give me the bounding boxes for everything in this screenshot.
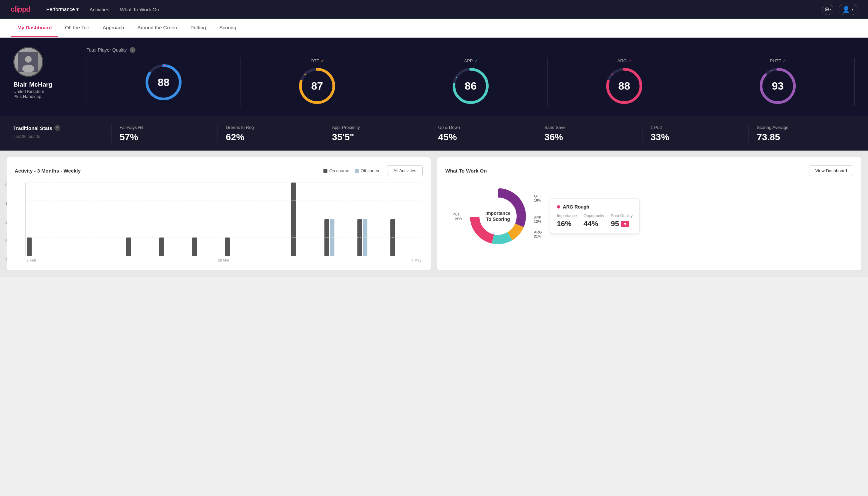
bar-on-course — [291, 183, 296, 256]
bar-on-course — [27, 237, 32, 256]
arg-rough-dot — [557, 205, 560, 208]
ring-arg: 88 — [604, 66, 644, 106]
ring-app: 86 — [451, 66, 491, 106]
bar-off-course — [363, 219, 367, 256]
player-handicap: Plus Handicap — [13, 94, 41, 99]
legend-on-course: On course — [323, 168, 349, 173]
score-putt: PUTT ↗ 93 — [701, 58, 855, 106]
stats-bar: Traditional Stats ? Last 20 rounds Fairw… — [0, 117, 868, 151]
y-axis-labels: 4 3 2 1 0 — [5, 183, 7, 262]
tab-around-the-green[interactable]: Around the Green — [130, 19, 184, 37]
bar-group — [27, 237, 58, 256]
all-activities-button[interactable]: All Activities — [387, 165, 423, 176]
score-ott: OTT ↗ 87 — [240, 58, 394, 106]
bar-group — [93, 255, 124, 256]
bar-on-course — [225, 237, 230, 256]
ring-total: 88 — [144, 62, 184, 102]
chart-wrapper: 4 3 2 1 0 7 Feb 28 Mar 9 May — [15, 183, 423, 262]
scores-section: Total Player Quality ? 88 — [86, 47, 855, 106]
tab-off-the-tee[interactable]: Off the Tee — [58, 19, 96, 37]
nav-activities[interactable]: Activities — [90, 7, 109, 12]
nav-right: ⊕ ▾ 👤 ▾ — [822, 4, 857, 15]
score-total: 88 — [86, 58, 240, 106]
tab-approach[interactable]: Approach — [96, 19, 130, 37]
x-axis-labels: 7 Feb 28 Mar 9 May — [25, 256, 423, 262]
bar-empty — [258, 255, 263, 256]
score-app: APP ↗ 86 — [394, 58, 548, 106]
stat-fairways-hit: Fairways Hit 57% — [111, 125, 218, 143]
logo: clippd — [11, 5, 30, 14]
nav-performance[interactable]: Performance ▾ — [46, 6, 79, 12]
scores-grid: 88 OTT ↗ 87 — [86, 58, 855, 106]
stat-1-putt: 1 Putt 33% — [642, 125, 748, 143]
player-name: Blair McHarg — [13, 81, 52, 88]
bar-group — [390, 219, 421, 256]
legend-off-course-dot — [355, 169, 359, 173]
bottom-panels: Activity - 3 Months - Weekly On course O… — [0, 151, 868, 277]
shot-quality-stat: Shot Quality 95 ▼ — [611, 214, 632, 228]
bar-on-course — [159, 237, 164, 256]
legend-off-course: Off course — [355, 168, 381, 173]
activity-panel: Activity - 3 Months - Weekly On course O… — [7, 157, 431, 270]
user-menu-button[interactable]: 👤 ▾ — [839, 4, 857, 15]
donut-area: PUTT 57% — [445, 183, 542, 249]
arg-rough-title: ARG Rough — [563, 204, 589, 210]
top-navigation: clippd Performance ▾ Activities What To … — [0, 0, 868, 19]
hero-section: Blair McHarg United Kingdom Plus Handica… — [0, 37, 868, 117]
donut-section: PUTT 57% — [445, 183, 853, 249]
tab-my-dashboard[interactable]: My Dashboard — [11, 19, 58, 37]
stat-app-proximity: App. Proximity 35'5" — [324, 125, 430, 143]
help-icon[interactable]: ? — [129, 47, 136, 53]
activity-panel-title: Activity - 3 Months - Weekly — [15, 168, 81, 173]
bar-group — [225, 237, 256, 256]
bar-chart — [25, 183, 423, 256]
bar-group — [126, 237, 157, 256]
stat-greens-in-reg: Greens In Reg 62% — [218, 125, 324, 143]
bar-on-course — [358, 219, 362, 256]
tab-scoring[interactable]: Scoring — [212, 19, 243, 37]
bar-off-course — [330, 219, 334, 256]
add-button[interactable]: ⊕ ▾ — [822, 4, 833, 15]
ring-putt: 93 — [758, 66, 798, 106]
score-arg: ARG ↗ 88 — [548, 58, 701, 106]
traditional-stats-header: Traditional Stats ? Last 20 rounds — [13, 125, 111, 139]
shot-quality-badge: ▼ — [621, 221, 629, 227]
stat-scoring-average: Scoring Average 73.85 — [748, 125, 855, 143]
bar-group — [325, 219, 356, 256]
chart-legend: On course Off course — [323, 168, 381, 173]
nav-links: Performance ▾ Activities What To Work On — [46, 6, 159, 12]
bar-empty — [93, 255, 98, 256]
bar-group — [159, 237, 190, 256]
bar-group — [258, 255, 289, 256]
opportunity-stat: Opportunity 44% — [584, 214, 604, 228]
bar-group — [358, 219, 388, 256]
wtwon-panel-header: What To Work On View Dashboard — [445, 165, 853, 176]
view-dashboard-button[interactable]: View Dashboard — [809, 165, 853, 176]
bar-on-course — [192, 237, 197, 256]
trad-help-icon[interactable]: ? — [54, 125, 60, 131]
ring-ott: 87 — [297, 66, 337, 106]
tab-bar: My Dashboard Off the Tee Approach Around… — [0, 19, 868, 37]
donut-chart: Importance To Scoring — [464, 183, 531, 249]
player-info: Blair McHarg United Kingdom Plus Handica… — [13, 47, 73, 99]
tab-putting[interactable]: Putting — [184, 19, 213, 37]
arg-rough-stats: Importance 16% Opportunity 44% Shot Qual… — [557, 214, 632, 228]
tpq-label: Total Player Quality ? — [86, 47, 855, 53]
what-to-work-on-panel: What To Work On View Dashboard PUTT 57% — [437, 157, 861, 270]
wtwon-panel-title: What To Work On — [445, 168, 487, 173]
avatar — [13, 47, 43, 77]
bar-group — [192, 237, 223, 256]
importance-stat: Importance 16% — [557, 214, 577, 228]
activity-panel-header: Activity - 3 Months - Weekly On course O… — [15, 165, 423, 176]
stat-sand-save: Sand Save 36% — [536, 125, 642, 143]
bar-on-course — [126, 237, 131, 256]
player-country: United Kingdom — [13, 89, 44, 94]
bar-on-course — [325, 219, 329, 256]
nav-what-to-work-on[interactable]: What To Work On — [120, 7, 159, 12]
legend-on-course-dot — [323, 169, 327, 173]
svg-point-1 — [25, 56, 32, 63]
arg-rough-card: ARG Rough Importance 16% Opportunity 44%… — [550, 199, 640, 234]
bar-group — [291, 183, 322, 256]
bar-empty — [60, 255, 65, 256]
bar-group — [60, 255, 91, 256]
